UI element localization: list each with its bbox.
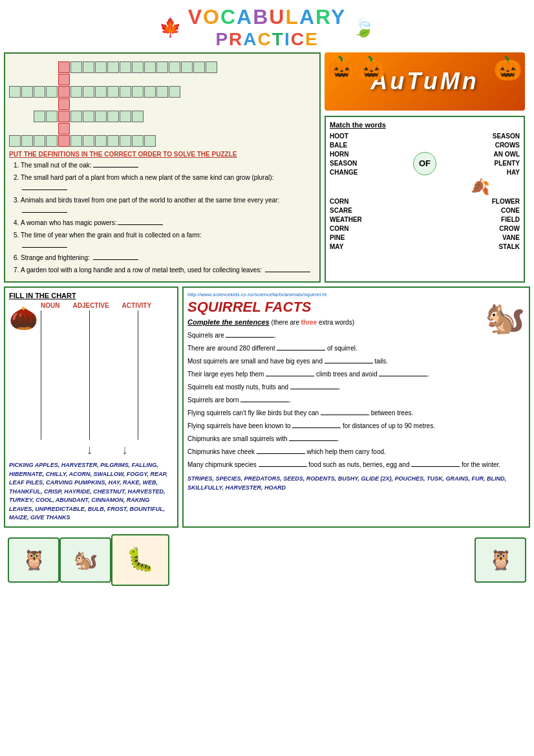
chart-header-activity: ACTIVITY (122, 302, 152, 309)
match-panel: Match the words HOOT SEASON BALE CROWS H… (325, 116, 525, 283)
complete-instruction: Complete the sentences (187, 318, 270, 326)
clue-item: The time of year when the grain and frui… (21, 230, 315, 251)
squirrel-panel: http://www.sciencekids.co.nz/sciencefact… (182, 286, 530, 528)
match-word-right: CROWS (440, 142, 520, 149)
match-word-left: SCARE (330, 207, 409, 214)
chart-headers: NOUN ADJECTIVE ACTIVITY (41, 302, 173, 309)
clue-item: The small hard part of a plant from whic… (21, 173, 315, 193)
chart-col-noun (41, 310, 76, 440)
match-word-right: AN OWL (440, 151, 520, 158)
chart-header-noun: NOUN (41, 302, 59, 309)
bottom-section: FILL IN THE CHART 🌰 NOUN ADJECTIVE ACTIV… (4, 286, 530, 528)
autumn-image: 🎃 🎃 🎃 AuTuMn (325, 52, 525, 111)
match-word-right: SEASON (440, 133, 520, 140)
match-word-right: FLOWER (440, 198, 520, 205)
crossword-instruction: PUT THE DEFINITIONS IN THE CORRECT ORDER… (9, 151, 315, 158)
sentence: Flying squirrels can't fly like birds bu… (187, 407, 525, 419)
clue-item: A woman who has magic powers: (21, 218, 315, 228)
sentence: Chipmunks are small squirrels with . (187, 433, 525, 445)
autumn-title: AuTuMn (370, 68, 478, 95)
sentence: Squirrels are born . (187, 394, 525, 406)
match-word-right: CONE (440, 207, 520, 214)
clue-item: A garden tool with a long handle and a r… (21, 265, 315, 275)
clue-list: The small nut of the oak: The small hard… (9, 160, 315, 275)
squirrel-word-bank: STRIPES, SPECIES, PREDATORS, SEEDS, RODE… (187, 475, 525, 492)
match-word-right: CROW (440, 225, 520, 232)
sentence: Squirrels are . (187, 330, 525, 341)
match-word-left: HOOT (330, 133, 409, 140)
sentence-list: Squirrels are . There are around 280 dif… (187, 330, 525, 471)
chart-col-activity (138, 310, 173, 440)
match-title: Match the words (330, 121, 520, 129)
match-word-left: SEASON (330, 160, 409, 167)
squirrel-url: http://www.sciencekids.co.nz/sciencefact… (187, 292, 525, 297)
match-word-left: HORN (330, 151, 409, 158)
bottom-img-squirrel2: 🐿️ (59, 537, 111, 583)
chart-columns (41, 310, 173, 440)
clue-item: Strange and frightening: (21, 253, 315, 263)
match-word-right: STALK (440, 243, 520, 250)
extra-words-note: (there are three extra words) (272, 319, 354, 326)
match-word-left: CORN (330, 198, 409, 205)
match-word-left: WEATHER (330, 216, 409, 223)
match-word-right: HAY (440, 169, 520, 176)
match-word-left: PINE (330, 234, 409, 241)
main-container: PUT THE DEFINITIONS IN THE CORRECT ORDER… (0, 52, 534, 589)
sentence: Squirrels eat mostly nuts, fruits and . (187, 382, 525, 393)
crossword-grid (9, 61, 315, 147)
match-word-right: VANE (440, 234, 520, 241)
crossword-panel: PUT THE DEFINITIONS IN THE CORRECT ORDER… (4, 52, 321, 283)
sentence: Chipmunks have cheek which help them car… (187, 446, 525, 458)
bottom-img-basket: 🦉 (475, 537, 526, 583)
chart-col-adjective (89, 310, 125, 440)
match-grid: HOOT SEASON BALE CROWS HORN OF AN OWL SE… (330, 133, 520, 250)
of-circle: OF (413, 152, 436, 175)
chart-word-bank: PICKING APPLES, HARVESTER, PILGRIMS, FAL… (9, 461, 173, 523)
clue-item: Animals and birds travel from one part o… (21, 195, 315, 216)
match-word-left: BALE (330, 142, 409, 149)
sentence: There are around 280 different of squirr… (187, 343, 525, 354)
bottom-img-caterpillar: 🐛 (111, 534, 169, 586)
top-section: PUT THE DEFINITIONS IN THE CORRECT ORDER… (4, 52, 530, 283)
match-word-left: CORN (330, 225, 409, 232)
title-vocabulary: VOCABULARY (188, 5, 347, 29)
squirrel-title: SQUIRREL FACTS (187, 299, 525, 316)
chart-header-adjective: ADJECTIVE (72, 302, 109, 309)
page-header: 🍁 VOCABULARY PRACTICE 🍃 (0, 0, 534, 52)
match-word-left: CHANGE (330, 169, 409, 176)
title-practice: PRACTICE (188, 29, 347, 50)
chart-panel: FILL IN THE CHART 🌰 NOUN ADJECTIVE ACTIV… (4, 286, 178, 528)
match-word-right: FIELD (440, 216, 520, 223)
sentence: Their large eyes help them climb trees a… (187, 369, 525, 380)
chart-arrow: ↓ ↓ (41, 442, 173, 457)
match-word-left: MAY (330, 243, 409, 250)
sentence: Most squirrels are small and have big ey… (187, 356, 525, 367)
sentence: Flying squirrels have been known to for … (187, 420, 525, 432)
bottom-img-owl: 🦉 (8, 537, 59, 583)
match-word-right: PLENTY (440, 160, 520, 167)
chart-title: FILL IN THE CHART (9, 292, 173, 299)
clue-item: The small nut of the oak: (21, 160, 315, 171)
autumn-panel: 🎃 🎃 🎃 AuTuMn Match the words HOOT SEASON… (325, 52, 525, 283)
sentence: Many chipmunk species food such as nuts,… (187, 459, 525, 471)
bottom-images: 🦉 🐿️ 🐛 🦉 (4, 532, 530, 589)
